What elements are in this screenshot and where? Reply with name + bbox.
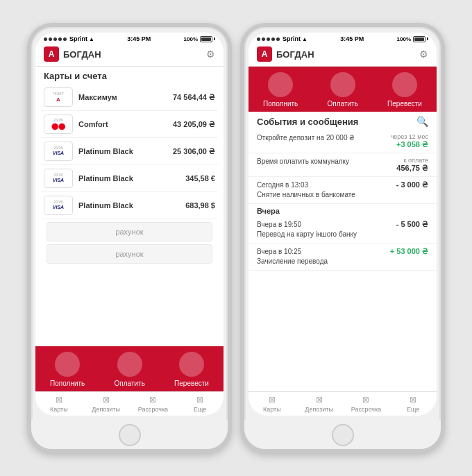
card-amount-3: 25 306,00 ₴: [173, 147, 215, 156]
left-status-bar: Sprint ▲ 3:45 PM 100%: [35, 33, 224, 44]
right-home-button[interactable]: [332, 424, 354, 446]
r-deposit-button[interactable]: Пополнить: [263, 72, 298, 108]
event-timing-promo: через 12 мес: [391, 133, 428, 140]
cards-section-title: Карты и счета: [35, 67, 224, 84]
events-title-bar: События и сообщения 🔍: [248, 112, 437, 130]
event-amount-today-atm: - 3 000 ₴: [396, 180, 428, 189]
card-icon-2: 2376 ⬤⬤: [44, 114, 73, 134]
card-icon-3: 2376 VISA: [44, 142, 73, 161]
left-bottom-nav: ⊠ Карты ⊠ Депозиты ⊠ Рассрочка ⊠ Еще: [35, 391, 224, 416]
battery-icon: [200, 36, 215, 42]
card-item-5[interactable]: 2376 VISA Platinum Black 683,98 $: [41, 192, 218, 219]
left-phone-screen: Sprint ▲ 3:45 PM 100% А: [35, 33, 224, 416]
r-signal-dot-1: [257, 37, 260, 41]
r-nav-deposits[interactable]: ⊠ Депозиты: [296, 395, 343, 413]
r-battery-icon: [413, 36, 428, 42]
r-nav-cards[interactable]: ⊠ Карты: [248, 395, 296, 413]
card-icon-1: *4327 А: [44, 87, 73, 107]
alfa-logo: А: [44, 46, 59, 62]
card-num-2: 2376: [53, 118, 62, 123]
yesterday-label: Вчера: [248, 204, 437, 216]
card-item-1[interactable]: *4327 А Максимум 74 564,44 ₴: [41, 84, 218, 111]
event-text-utility: Время оплатить коммуналку: [257, 157, 391, 167]
cards-list: *4327 А Максимум 74 564,44 ₴ 2376 ⬤⬤: [35, 84, 224, 346]
nav-more[interactable]: ⊠ Еще: [176, 395, 224, 413]
event-item-utility[interactable]: Время оплатить коммуналку к оплате 456,7…: [248, 153, 437, 177]
r-settings-icon[interactable]: ⚙: [419, 49, 428, 60]
left-home-area: [31, 420, 228, 449]
installment-nav-icon: ⊠: [149, 395, 156, 405]
transfer-button[interactable]: Перевести: [174, 352, 209, 387]
event-text-yesterday-incoming: Вчера в 10:25Зачисление перевода: [257, 247, 385, 266]
transfer-label: Перевести: [174, 380, 209, 387]
deposit-button[interactable]: Пополнить: [50, 352, 85, 387]
account-placeholder-2[interactable]: рахунок: [47, 244, 212, 264]
card-amount-2: 43 205,09 ₴: [173, 120, 215, 129]
card-icon-5: 2376 VISA: [44, 196, 73, 215]
events-section: События и сообщения 🔍 Откройте депозит н…: [248, 112, 437, 391]
r-signal-dot-2: [262, 37, 265, 41]
card-item-2[interactable]: 2376 ⬤⬤ Comfort 43 205,09 ₴: [41, 111, 218, 138]
card-name-2: Comfort: [78, 120, 167, 128]
card-name-4: Platinum Black: [78, 174, 180, 182]
r-alfa-logo: А: [257, 46, 272, 62]
right-phone: Sprint ▲ 3:45 PM 100% А: [240, 23, 445, 453]
settings-icon[interactable]: ⚙: [206, 49, 215, 60]
nav-cards[interactable]: ⊠ Карты: [35, 395, 83, 413]
r-user-name: БОГДАН: [276, 49, 314, 60]
user-name: БОГДАН: [63, 49, 101, 60]
right-action-bar: Пополнить Оплатить Перевести: [248, 67, 437, 112]
event-item-yesterday-transfer[interactable]: Вчера в 19:50Перевод на карту іншого бан…: [248, 216, 437, 244]
event-item-today-atm[interactable]: Сегодня в 13:03Снятие наличных в банкома…: [248, 177, 437, 204]
battery-percent: 100%: [184, 36, 198, 42]
right-app-header: А БОГДАН ⚙: [248, 44, 437, 67]
r-wifi-icon: ▲: [302, 36, 307, 42]
event-text-yesterday-transfer: Вчера в 19:50Перевод на карту іншого бан…: [257, 220, 391, 239]
r-more-nav-icon: ⊠: [410, 395, 416, 405]
r-nav-more[interactable]: ⊠ Еще: [389, 395, 437, 413]
r-installment-nav-icon: ⊠: [362, 395, 369, 405]
left-home-button[interactable]: [119, 424, 141, 446]
r-signal-dot-4: [271, 37, 275, 41]
r-carrier-label: Sprint: [283, 35, 301, 42]
card-item-4[interactable]: 2376 VISA Platinum Black 345,58 €: [41, 165, 218, 192]
event-amount-yesterday-transfer: - 5 500 ₴: [396, 220, 428, 229]
cards-nav-icon: ⊠: [56, 395, 62, 405]
event-item-promo[interactable]: Откройте депозит на 20 000 ₴ через 12 ме…: [248, 130, 437, 153]
nav-deposits[interactable]: ⊠ Депозиты: [83, 395, 130, 413]
r-pay-button[interactable]: Оплатить: [328, 72, 358, 108]
mastercard-icon: ⬤⬤: [51, 123, 65, 130]
right-home-area: [244, 420, 441, 449]
event-text-today-atm: Сегодня в 13:03Снятие наличных в банкома…: [257, 180, 391, 200]
deposits-nav-icon: ⊠: [103, 395, 110, 405]
event-amount-promo: +3 058 ₴: [391, 140, 428, 149]
card-name-3: Platinum Black: [78, 147, 167, 155]
card-name-1: Максимум: [78, 93, 167, 101]
signal-dot-3: [53, 37, 57, 41]
card-name-5: Platinum Black: [78, 201, 180, 210]
signal-dot-2: [49, 37, 52, 41]
card-item-3[interactable]: 2376 VISA Platinum Black 25 306,00 ₴: [41, 138, 218, 165]
carrier-label: Sprint: [69, 35, 87, 42]
r-cards-nav-icon: ⊠: [269, 395, 276, 405]
more-nav-icon: ⊠: [196, 395, 203, 405]
wifi-icon: ▲: [89, 36, 94, 42]
event-amount-utility: 456,75 ₴: [396, 164, 428, 173]
time-label: 3:45 PM: [127, 35, 151, 42]
account-placeholder-1[interactable]: рахунок: [47, 222, 212, 241]
pay-label: Оплатить: [115, 380, 145, 387]
left-phone: Sprint ▲ 3:45 PM 100% А: [27, 23, 232, 453]
right-status-bar: Sprint ▲ 3:45 PM 100%: [248, 33, 437, 44]
r-battery-percent: 100%: [397, 36, 411, 42]
visa-icon-3: VISA: [53, 151, 64, 156]
r-transfer-button[interactable]: Перевести: [387, 72, 422, 108]
event-timing-utility: к оплате: [396, 157, 428, 164]
r-time-label: 3:45 PM: [340, 35, 364, 42]
pay-button[interactable]: Оплатить: [115, 352, 145, 387]
visa-icon-5: VISA: [53, 205, 64, 210]
search-icon[interactable]: 🔍: [416, 116, 428, 127]
nav-installment[interactable]: ⊠ Рассрочка: [130, 395, 177, 413]
event-text-promo: Откройте депозит на 20 000 ₴: [257, 133, 385, 143]
event-item-yesterday-incoming[interactable]: Вчера в 10:25Зачисление перевода + 53 00…: [248, 244, 437, 271]
r-nav-installment[interactable]: ⊠ Рассрочка: [343, 395, 390, 413]
